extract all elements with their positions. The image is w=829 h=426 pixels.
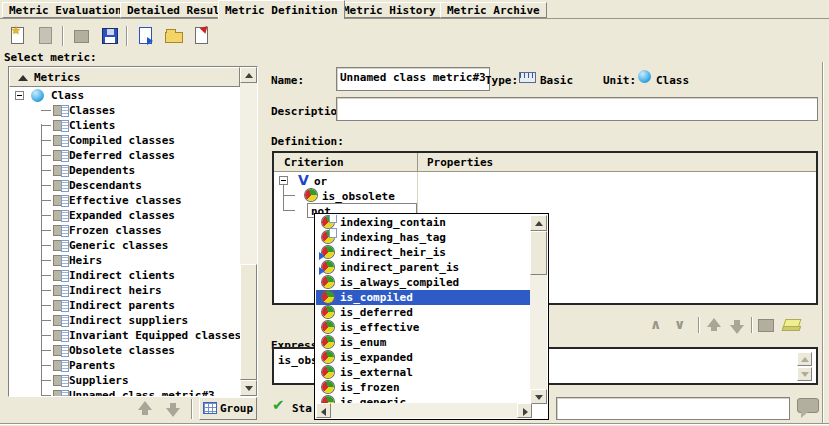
grid-row-or[interactable]: V or (274, 173, 816, 188)
dropdown-item[interactable]: is_always_compiled (316, 275, 532, 290)
dropdown-item[interactable]: is_effective (316, 320, 532, 335)
grid-row-is-obsolete[interactable]: is_obsolete (274, 188, 816, 203)
import-metrics-icon (139, 27, 152, 44)
tree-item[interactable]: Indirect clients (11, 268, 240, 283)
tree-item[interactable]: Clients (11, 118, 240, 133)
metric-icon (53, 240, 68, 251)
status-detail-input[interactable] (556, 397, 790, 420)
tab-metric-evaluation[interactable]: Metric Evaluation (2, 2, 129, 18)
delete-criterion-button[interactable] (757, 318, 777, 334)
dropdown-item[interactable]: indexing_contain (316, 215, 532, 230)
tree-vertical-scrollbar[interactable] (240, 67, 257, 396)
dropdown-item-label: is_enum (340, 336, 386, 349)
collapse-icon[interactable] (15, 91, 24, 100)
criterion-column-header[interactable]: Criterion (284, 156, 344, 169)
metric-icon (53, 225, 68, 236)
scroll-down-button[interactable] (240, 380, 257, 396)
metric-icon (53, 300, 68, 311)
dropdown-item[interactable]: indirect_parent_is (316, 260, 532, 275)
tab-detailed-result[interactable]: Detailed Result (120, 2, 233, 18)
tree-item[interactable]: Obsolete classes (11, 343, 240, 358)
tree-item[interactable]: Suppliers (11, 373, 240, 388)
tree-item-label: Dependents (69, 164, 135, 177)
tree-item[interactable]: Deferred classes (11, 148, 240, 163)
erase-criterion-button[interactable] (783, 318, 803, 334)
move-metric-down-button[interactable] (165, 401, 182, 418)
basic-metric-type-icon (519, 72, 536, 83)
or-operator-button[interactable]: ∨ (674, 316, 694, 334)
tree-item[interactable]: Classes (11, 103, 240, 118)
group-toggle-button[interactable]: Group (199, 397, 257, 420)
tree-item[interactable]: Generic classes (11, 238, 240, 253)
dropdown-vertical-scrollbar[interactable] (530, 215, 547, 404)
scrollbar-thumb[interactable] (240, 264, 257, 380)
tree-item[interactable]: Effective classes (11, 193, 240, 208)
import-metrics-button[interactable] (134, 24, 158, 48)
dropdown-item[interactable]: is_enum (316, 335, 532, 350)
tree-item-label: Descendants (69, 179, 142, 192)
export-metrics-icon (195, 27, 208, 44)
tree-item[interactable]: Indirect parents (11, 298, 240, 313)
move-criterion-down-button[interactable] (729, 318, 746, 335)
tree-item[interactable]: Descendants (11, 178, 240, 193)
expression-scroll-down-button[interactable] (797, 367, 812, 381)
dropdown-item[interactable]: is_external (316, 365, 532, 380)
name-input[interactable]: Unnamed class metric#3 (336, 67, 490, 91)
properties-column-header[interactable]: Properties (427, 156, 493, 169)
dropdown-item[interactable]: indirect_heir_is (316, 245, 532, 260)
tree-item[interactable]: Invariant Equipped classes (11, 328, 240, 343)
move-metric-up-button[interactable] (137, 401, 154, 418)
dropdown-horizontal-scrollbar[interactable] (316, 403, 532, 418)
new-metric-button[interactable]: ★ (6, 24, 30, 48)
move-criterion-up-button[interactable] (706, 318, 723, 335)
tree-item-label: Invariant Equipped classes (69, 329, 240, 342)
scroll-up-button[interactable] (530, 215, 547, 231)
tree-item-label: Unnamed class metric#3 (69, 389, 215, 396)
scroll-right-button[interactable] (517, 403, 532, 418)
collapse-icon[interactable] (279, 176, 288, 185)
tree-item[interactable]: Indirect heirs (11, 283, 240, 298)
scrollbar-thumb[interactable] (530, 231, 547, 275)
export-metrics-button[interactable] (190, 24, 214, 48)
metric-icon (53, 150, 68, 161)
type-value: Basic (540, 74, 573, 87)
grid-row-label: is_obsolete (322, 190, 395, 203)
expression-scroll-up-button[interactable] (797, 352, 812, 366)
tree-column-header[interactable]: Metrics (9, 67, 240, 87)
dropdown-item[interactable]: is_frozen (316, 380, 532, 395)
dropdown-item-label: is_always_compiled (340, 276, 459, 289)
dropdown-item-selected[interactable]: is_compiled (316, 290, 532, 305)
save-metric-button[interactable] (98, 24, 122, 48)
dropdown-item[interactable]: is_deferred (316, 305, 532, 320)
dropdown-item-label: indirect_heir_is (340, 246, 446, 259)
pie-icon (322, 321, 334, 333)
tab-metric-history[interactable]: Metric History (336, 2, 443, 18)
pie-icon (322, 336, 334, 348)
tree-item[interactable]: Heirs (11, 253, 240, 268)
scroll-up-button[interactable] (240, 67, 257, 83)
tab-metric-archive[interactable]: Metric Archive (440, 2, 547, 18)
column-divider[interactable] (417, 153, 418, 172)
metric-icon (53, 360, 68, 371)
tree-item[interactable]: Compiled classes (11, 133, 240, 148)
delete-metric-button[interactable] (70, 24, 94, 48)
open-metric-file-button[interactable] (162, 24, 186, 48)
tree-item-label: Deferred classes (69, 149, 175, 162)
tab-metric-definition[interactable]: Metric Definition (218, 0, 345, 19)
and-operator-button[interactable]: ∧ (650, 316, 670, 334)
metric-icon (53, 210, 68, 221)
tree-item[interactable]: Indirect suppliers (11, 313, 240, 328)
tree-item[interactable]: Dependents (11, 163, 240, 178)
tree-item-partial[interactable]: Unnamed class metric#3 (11, 388, 240, 396)
duplicate-metric-button[interactable] (34, 24, 58, 48)
tree-item[interactable]: Expanded classes (11, 208, 240, 223)
tree-item[interactable]: Frozen classes (11, 223, 240, 238)
tree-item[interactable]: Parents (11, 358, 240, 373)
description-input[interactable] (336, 97, 818, 121)
dropdown-item[interactable]: is_expanded (316, 350, 532, 365)
criterion-dropdown-list: indexing_contain indexing_has_tag indire… (314, 213, 549, 420)
scroll-down-button[interactable] (530, 389, 547, 404)
dropdown-item[interactable]: indexing_has_tag (316, 230, 532, 245)
tree-root-row[interactable]: Class (11, 88, 240, 103)
scroll-left-button[interactable] (316, 403, 331, 418)
